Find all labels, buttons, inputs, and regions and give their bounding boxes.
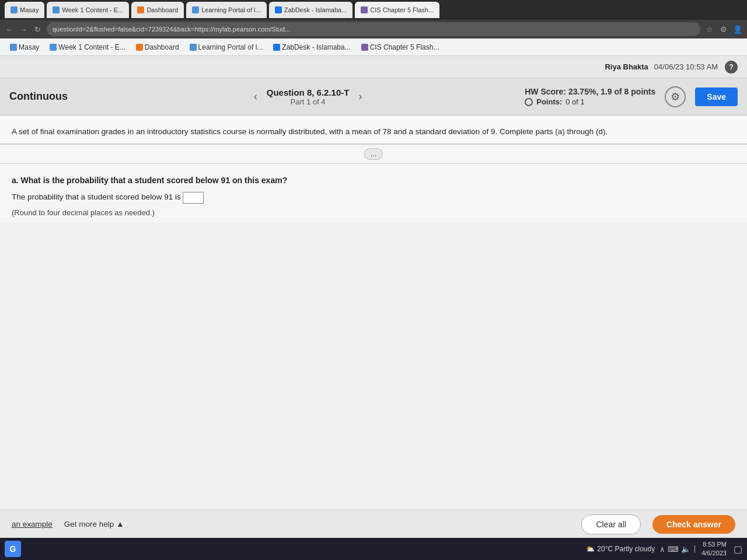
network-icon[interactable]: ⏐ xyxy=(693,545,697,554)
notification-icon[interactable]: ▢ xyxy=(734,544,742,555)
part-a-text-before: The probability that a student scored be… xyxy=(12,192,181,201)
section-label: Continuous xyxy=(9,90,91,103)
prev-question-icon[interactable]: ‹ xyxy=(252,88,260,105)
datetime-display: 04/06/23 10:53 AM xyxy=(654,62,718,71)
help-arrow-icon: ▲ xyxy=(116,520,124,528)
settings-gear-button[interactable]: ⚙ xyxy=(665,86,686,107)
answer-work-area xyxy=(0,223,747,410)
points-row: Points: 0 of 1 xyxy=(525,97,585,106)
question-title: Question 8, 6.2.10-T xyxy=(267,88,350,97)
tab-favicon-week xyxy=(53,6,60,13)
bookmark-week[interactable]: Week 1 Content - E... xyxy=(46,41,130,53)
tab-zabdesk[interactable]: ZabDesk - Islamaba... xyxy=(269,2,353,18)
taskbar-clock: 8:53 PM 4/6/2023 xyxy=(701,540,727,558)
round-note: (Round to four decimal places as needed.… xyxy=(12,208,735,217)
url-input[interactable]: questionId=2&flushed=false&cid=7239324&b… xyxy=(47,22,700,36)
keyboard-icon[interactable]: ⌨ xyxy=(668,545,679,554)
date-display: 4/6/2023 xyxy=(701,549,727,558)
sys-tray-icons: ∧ ⌨ 🔈 ⏐ xyxy=(659,545,697,554)
tab-week-content[interactable]: Week 1 Content - E... xyxy=(47,2,129,18)
nav-arrows: ‹ Question 8, 6.2.10-T Part 1 of 4 › xyxy=(252,88,365,106)
bookmark-learning[interactable]: Learning Portal of l... xyxy=(186,41,267,53)
tab-dashboard[interactable]: Dashboard xyxy=(131,2,184,18)
question-text: A set of final examination grades in an … xyxy=(12,126,735,138)
check-answer-button[interactable]: Check answer xyxy=(652,515,735,534)
question-part: Part 1 of 4 xyxy=(267,97,350,106)
volume-icon[interactable]: 🔈 xyxy=(681,545,690,554)
tab-favicon-zabdesk xyxy=(275,6,282,13)
bookmark-cis[interactable]: CIS Chapter 5 Flash... xyxy=(357,41,444,53)
bookmark-icon-dashboard xyxy=(136,44,143,51)
tab-cis-chapter[interactable]: CIS Chapter 5 Flash... xyxy=(355,2,439,18)
help-circle-icon[interactable]: ? xyxy=(725,61,738,74)
tab-masay[interactable]: Masay xyxy=(5,2,44,18)
question-body: A set of final examination grades in an … xyxy=(0,116,747,145)
tab-favicon-dashboard xyxy=(137,6,144,13)
footer-bar: an example Get more help ▲ Clear all Che… xyxy=(0,510,747,538)
more-row: ... xyxy=(0,145,747,164)
bookmark-masay[interactable]: Masay xyxy=(6,41,43,53)
bookmark-dashboard[interactable]: Dashboard xyxy=(132,41,183,53)
forward-icon[interactable]: → xyxy=(19,24,28,34)
part-a-label: a. What is the probability that a studen… xyxy=(12,176,735,185)
weather-display: ⛅ 20°C Partly cloudy xyxy=(586,545,655,553)
caret-up-icon[interactable]: ∧ xyxy=(659,545,665,554)
weather-cloud-icon: ⛅ xyxy=(586,545,595,553)
taskbar-chrome-icon[interactable]: G xyxy=(5,541,21,557)
circle-icon xyxy=(525,98,533,106)
question-nav-bar: Continuous ‹ Question 8, 6.2.10-T Part 1… xyxy=(0,78,747,116)
refresh-icon[interactable]: ↻ xyxy=(33,24,42,34)
address-bar: ← → ↻ questionId=2&flushed=false&cid=723… xyxy=(0,20,747,38)
next-question-icon[interactable]: › xyxy=(356,88,364,105)
tab-favicon-masay xyxy=(11,6,18,13)
time-display: 8:53 PM xyxy=(701,540,727,549)
taskbar: G ⛅ 20°C Partly cloudy ∧ ⌨ 🔈 ⏐ 8:53 PM 4… xyxy=(0,538,747,560)
page-content: Riya Bhakta 04/06/23 10:53 AM ? Continuo… xyxy=(0,56,747,517)
part-a-answer-input[interactable] xyxy=(183,192,204,204)
bookmark-icon-week xyxy=(50,44,57,51)
extensions-icon[interactable]: ⚙ xyxy=(719,24,728,34)
get-more-help-link[interactable]: Get more help ▲ xyxy=(64,520,124,528)
weather-text: 20°C Partly cloudy xyxy=(597,545,655,553)
profile-icon[interactable]: 👤 xyxy=(733,24,742,34)
bookmarks-bar: Masay Week 1 Content - E... Dashboard Le… xyxy=(0,38,747,56)
back-icon[interactable]: ← xyxy=(5,24,14,34)
example-link[interactable]: an example xyxy=(12,520,53,528)
clear-all-button[interactable]: Clear all xyxy=(581,514,640,534)
bookmark-icon-masay xyxy=(10,44,17,51)
user-name: Riya Bhakta xyxy=(605,62,648,71)
bookmark-zabdesk[interactable]: ZabDesk - Islamaba... xyxy=(269,41,354,53)
tab-learning-portal[interactable]: Learning Portal of l... xyxy=(186,2,267,18)
tab-favicon-learning xyxy=(192,6,199,13)
browser-tab-bar: Masay Week 1 Content - E... Dashboard Le… xyxy=(0,0,747,20)
tab-favicon-cis xyxy=(361,6,368,13)
save-button[interactable]: Save xyxy=(695,88,738,106)
bookmark-icon-cis xyxy=(361,44,368,51)
points-label: Points: xyxy=(536,97,562,106)
nav-center: ‹ Question 8, 6.2.10-T Part 1 of 4 › xyxy=(91,88,525,106)
bookmark-icon-learning xyxy=(190,44,197,51)
bookmark-icon-zabdesk xyxy=(273,44,280,51)
hw-score-display: HW Score: 23.75%, 1.9 of 8 points xyxy=(525,87,655,96)
page-header: Riya Bhakta 04/06/23 10:53 AM ? xyxy=(0,56,747,78)
bookmark-star-icon[interactable]: ☆ xyxy=(705,24,714,34)
score-section: HW Score: 23.75%, 1.9 of 8 points Points… xyxy=(525,87,655,106)
part-a-section: a. What is the probability that a studen… xyxy=(0,164,747,223)
part-a-answer-text: The probability that a student scored be… xyxy=(12,191,735,204)
more-button[interactable]: ... xyxy=(364,148,383,160)
points-value: 0 of 1 xyxy=(566,97,585,106)
